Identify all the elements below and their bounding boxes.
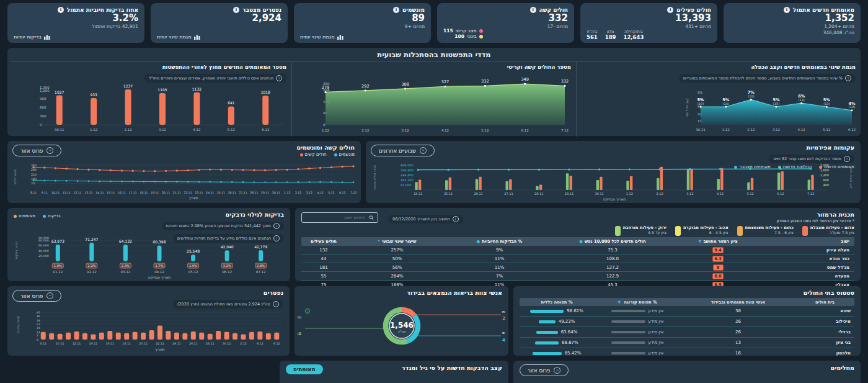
ramzor-column-header[interactable]: ציון רמזור מחושב▼	[675, 239, 761, 244]
hospital-table-row[interactable]: בני ציון13אין מידע68.67%	[520, 337, 854, 348]
city-search-input[interactable]	[308, 214, 366, 221]
svg-text:24.11: 24.11	[414, 192, 422, 196]
svg-text:64,132: 64,132	[119, 239, 132, 243]
svg-text:30.11: 30.11	[272, 191, 280, 194]
expand-area-button[interactable]: פרוס אזור	[520, 364, 569, 376]
info-icon[interactable]	[530, 7, 536, 13]
hospital-table-row[interactable]: וולפסון16אין מידע85.42%	[520, 348, 854, 356]
svg-text:20.11: 20.11	[162, 191, 170, 194]
svg-text:210: 210	[31, 173, 37, 176]
ramzor-column-header[interactable]: חולים חדשים לכל 10,000 נפש●	[551, 239, 675, 244]
row-epidemic: עקומות אפידמיות שבועיים אחרונים מספר הבד…	[7, 141, 861, 203]
expand-area-button[interactable]: פרוס אזור	[12, 290, 61, 302]
card-sub: מהיום +1,204	[730, 24, 854, 30]
ramzor-table-row[interactable]: מעלה עירון9.475.39%257%132	[301, 246, 854, 254]
svg-text:933: 933	[90, 92, 97, 97]
daily-trend-link[interactable]: מגמת שינוי יומית	[300, 34, 343, 40]
svg-text:7.12: 7.12	[807, 192, 814, 196]
svg-text:8.11: 8.11	[40, 342, 46, 345]
ramzor-legend-item[interactable]: צהוב - פעילות מבוקרתציון 4.5 - 6	[675, 225, 728, 236]
ramzor-legend-item[interactable]: ירוק - פעילות מורחבתציון עד 4.5	[615, 225, 666, 236]
sort-indicator-icon: ●	[477, 239, 480, 244]
ramzor-legend-item[interactable]: אדום - פעילות מוגבלתציון 7.5 ומעלה	[802, 225, 854, 236]
hospitals-column-header[interactable]: בית חולים	[795, 300, 854, 305]
svg-text:1027: 1027	[55, 90, 64, 94]
daily-tests-link[interactable]: בדיקות יומיות	[14, 34, 50, 40]
svg-text:2.12: 2.12	[361, 128, 369, 132]
hospital-table-row[interactable]: ברזילי26אין מידע63.64%	[520, 327, 854, 337]
city-search-box[interactable]	[301, 212, 378, 223]
table-cell: 56%	[346, 265, 448, 270]
svg-text:2.3%: 2.3%	[122, 264, 130, 268]
city-name: כפר מנדא	[761, 256, 854, 261]
svg-text:22.11: 22.11	[184, 191, 192, 194]
info-icon[interactable]	[233, 7, 239, 13]
legend-item-tests[interactable]: בדיקות	[43, 214, 61, 219]
info-icon[interactable]	[667, 7, 673, 13]
info-icon[interactable]	[273, 223, 280, 229]
svg-text:30.11: 30.11	[595, 192, 603, 196]
ramzor-column-header[interactable]: % הבדיקות החיוביות●	[448, 239, 551, 244]
svg-text:28.11: 28.11	[250, 191, 258, 194]
info-icon[interactable]	[453, 216, 459, 222]
severe-critical-row: מצב קריטי 115	[443, 28, 483, 34]
svg-text:42,040: 42,040	[221, 245, 234, 249]
svg-text:7.12: 7.12	[350, 191, 356, 194]
legend-dot-icon	[334, 153, 337, 156]
svg-text:0: 0	[37, 338, 38, 341]
ramzor-table-row[interactable]: מסעדה8.8122.97%284%55	[301, 271, 854, 280]
table-cell: 132	[301, 248, 346, 253]
confirmed-tab-pill[interactable]: מאומתים	[286, 364, 323, 374]
daily-trend-link[interactable]: מגמת שינוי יומית	[157, 34, 200, 40]
yellow-dot-icon	[479, 35, 483, 38]
card-value: 3.2%	[14, 13, 138, 24]
table-cell: 127.2	[551, 265, 675, 270]
svg-text:(10): (10)	[698, 102, 704, 106]
ramzor-legend-item[interactable]: כתום - פעילות מצומצמתציון 6 - 7.5	[737, 225, 794, 236]
stat-hotel: מלון 189	[605, 29, 616, 40]
hospitals-column-header[interactable]: % תפוסה כללית	[520, 300, 594, 305]
svg-text:63,973: 63,973	[51, 239, 64, 243]
svg-text:רופאים/ות: רופאים/ות	[502, 310, 505, 313]
svg-text:60,000: 60,000	[38, 244, 49, 247]
ramzor-column-header[interactable]: חולים פעילים	[301, 239, 346, 244]
info-icon[interactable]	[58, 7, 64, 13]
last-two-weeks-button[interactable]: שבועיים אחרונים	[371, 145, 435, 156]
info-icon[interactable]	[393, 7, 399, 13]
svg-text:244,800: 244,800	[401, 173, 414, 177]
occupancy-bar	[535, 341, 559, 345]
svg-text:i: i	[307, 310, 308, 313]
hospital-table-row[interactable]: שיבא38אין מידע98.61%	[520, 306, 854, 316]
hospitals-column-header[interactable]: אנשי צוות מאומתים ובבידוד	[681, 300, 795, 305]
ramzor-table-row[interactable]: מג'דל שמס9127.211%56%181	[301, 263, 854, 271]
svg-text:1132: 1132	[192, 87, 202, 91]
deaths-bar-chart: 07132027334047מספר נפטרים8.1110.1112.111…	[13, 307, 286, 354]
info-icon[interactable]	[273, 301, 279, 307]
svg-text:24.11: 24.11	[206, 191, 214, 194]
doubling-rate-area-chart: 1%3%5%7%9%קצב גידול יומי5%(10)30.115%(14…	[582, 79, 856, 136]
stat-home: בית/קהילה 12,643	[624, 29, 644, 40]
svg-text:15.11: 15.11	[107, 191, 115, 194]
info-icon[interactable]	[784, 7, 790, 13]
svg-text:(10): (10)	[748, 94, 754, 98]
panel-title: מחלימים	[831, 364, 854, 371]
legend-item-severe[interactable]: חולים קשים	[300, 152, 327, 157]
ramzor-table-row[interactable]: כפר מנדא9.3108.011%50%44	[301, 254, 854, 263]
svg-text:10.11: 10.11	[51, 191, 60, 194]
expand-area-button[interactable]: פרוס אזור	[12, 145, 61, 156]
legend-item-confirmed[interactable]: מאומתים	[14, 214, 35, 219]
legend-item-ventilated[interactable]: מונשמים	[334, 152, 355, 157]
staff-count: 38	[681, 309, 795, 313]
ramzor-table-header: ישובציון רמזור מחושב▼חולים חדשים לכל 10,…	[301, 237, 854, 246]
corona-occupancy: אין מידע	[594, 330, 681, 335]
sort-indicator-icon: ▼	[618, 300, 621, 305]
no-data-bar	[611, 352, 645, 354]
hospitals-column-header[interactable]: % תפוסת קורונה▼	[594, 300, 681, 305]
ramzor-column-header[interactable]: שיעור שינוי שבועי*	[346, 239, 448, 244]
svg-text:מספר נפטרים: מספר נפטרים	[17, 316, 20, 334]
ramzor-column-header[interactable]: ישוב	[761, 239, 854, 244]
hospital-table-row[interactable]: איכילוב26אין מידע49.23%	[520, 316, 854, 327]
general-occupancy: 63.64%	[520, 330, 594, 335]
svg-text:מקצועות אחרים: מקצועות אחרים	[298, 315, 301, 320]
table-cell: 9%	[448, 248, 551, 253]
